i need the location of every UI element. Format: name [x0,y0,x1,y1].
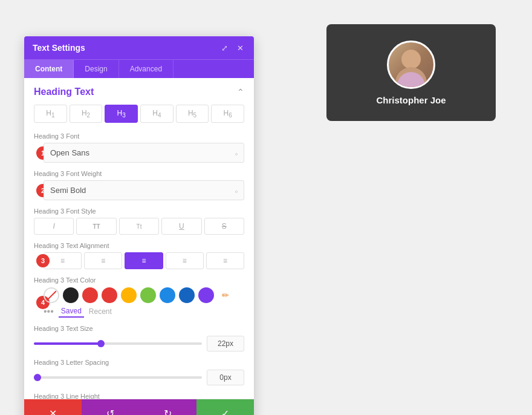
style-italic[interactable]: I [34,218,74,235]
panel-content: Heading Text ⌃ H1 H2 H3 H4 H5 H6 Heading… [24,78,254,399]
h1-button[interactable]: H1 [34,105,67,123]
text-size-track [34,342,202,345]
alignment-label: Heading 3 Text Alignment [34,242,244,249]
align-right[interactable]: ≡ [166,252,204,269]
text-size-fill [34,342,101,345]
panel-title: Text Settings [33,43,85,53]
color-red2[interactable] [102,287,117,303]
color-green[interactable] [140,287,156,303]
text-size-slider-row [34,336,244,351]
style-uppercase[interactable]: TT [76,218,116,235]
h6-button[interactable]: H6 [211,105,244,123]
collapse-icon[interactable]: ⌃ [237,87,244,97]
avatar-head [401,50,421,69]
letter-spacing-value[interactable] [207,370,244,385]
color-red1[interactable] [82,287,98,303]
color-blue[interactable] [160,287,175,303]
panel-header: Text Settings ⤢ ✕ [24,36,254,59]
font-style-label: Heading 3 Font Style [34,208,244,215]
save-button[interactable]: ✓ [196,399,254,415]
h2-button[interactable]: H2 [70,105,103,123]
letter-spacing-label: Heading 3 Letter Spacing [34,359,244,366]
style-capitalize[interactable]: Tt [119,218,159,235]
color-field-group: 4 ✏ ••• Saved Recent [44,287,244,318]
font-weight-select[interactable]: Semi Bold [44,180,244,200]
tab-design[interactable]: Design [74,60,118,78]
undo-button[interactable]: ↺ [82,399,139,415]
font-field-group: 1 Open Sans [44,143,244,163]
letter-spacing-slider-row [34,370,244,385]
color-purple[interactable] [198,287,214,303]
redo-button[interactable]: ↻ [139,399,196,415]
section-heading-text: Heading Text [34,87,94,97]
color-yellow[interactable] [121,287,137,303]
h3-button[interactable]: H3 [105,105,138,123]
tab-bar: Content Design Advanced [24,59,254,78]
h5-button[interactable]: H5 [176,105,209,123]
align-center[interactable]: ≡ [84,252,122,269]
font-style-buttons: I TT Tt U S [34,218,244,235]
color-label: Heading 3 Text Color [34,276,244,284]
color-black[interactable] [63,287,79,303]
text-size-thumb[interactable] [97,340,105,347]
font-label: Heading 3 Font [34,132,244,140]
color-tabs-row: ••• Saved Recent [44,306,244,318]
profile-card: Christopher Joe [326,24,496,121]
h4-button[interactable]: H4 [140,105,174,123]
alignment-buttons: ≡ ≡ ≡ ≡ ≡ [44,252,244,269]
font-select-wrapper: Open Sans [44,143,244,163]
profile-avatar [387,41,435,89]
style-strikethrough[interactable]: S [204,218,244,235]
letter-spacing-track [34,376,202,379]
panel-header-icons: ⤢ ✕ [219,42,245,53]
cancel-button[interactable]: ✕ [24,399,82,415]
style-underline[interactable]: U [161,218,201,235]
expand-icon[interactable]: ⤢ [219,42,230,53]
line-height-label: Heading 3 Line Height [34,393,244,399]
color-transparent[interactable] [44,287,59,303]
close-icon[interactable]: ✕ [235,42,245,53]
color-tab-recent[interactable]: Recent [86,306,114,317]
alignment-field-group: 3 ≡ ≡ ≡ ≡ ≡ [44,252,244,269]
color-tab-saved[interactable]: Saved [59,306,84,318]
settings-panel: Text Settings ⤢ ✕ Content Design Advance… [24,36,254,415]
letter-spacing-thumb[interactable] [34,374,41,381]
section-heading-row: Heading Text ⌃ [34,87,244,97]
font-select[interactable]: Open Sans [44,143,244,163]
color-swatches: ✏ [44,287,244,303]
color-pencil[interactable]: ✏ [218,287,233,303]
heading-buttons: H1 H2 H3 H4 H5 H6 [34,105,244,123]
action-bar: ✕ ↺ ↻ ✓ [24,399,254,415]
avatar-figure [389,42,433,87]
align-justify[interactable]: ≡ [125,252,163,269]
profile-name: Christopher Joe [376,95,446,105]
font-weight-label: Heading 3 Font Weight [34,170,244,177]
align-justify2[interactable]: ≡ [206,252,244,269]
text-size-label: Heading 3 Text Size [34,325,244,332]
color-dark-blue[interactable] [179,287,195,303]
font-weight-select-wrapper: Semi Bold [44,180,244,200]
badge-3: 3 [36,254,50,267]
tab-content[interactable]: Content [24,60,74,78]
tab-advanced[interactable]: Advanced [119,60,174,78]
text-size-value[interactable] [207,336,244,351]
font-weight-field-group: 2 Semi Bold [44,180,244,200]
